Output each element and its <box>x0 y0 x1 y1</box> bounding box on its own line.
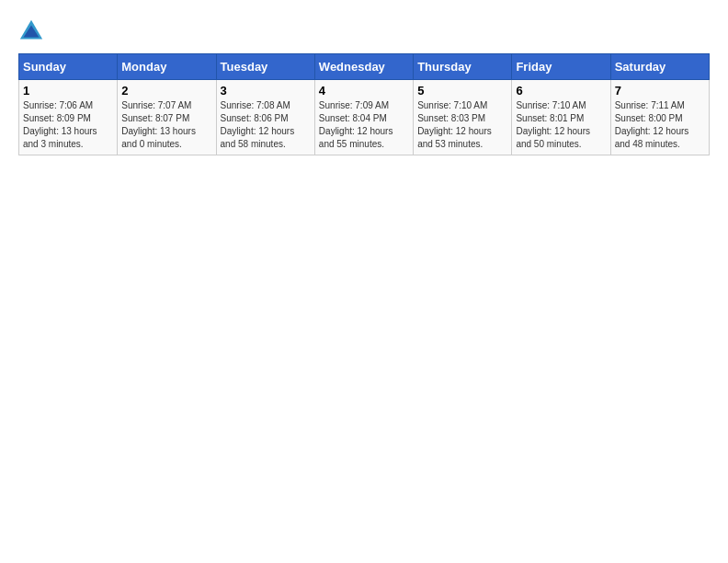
header-tuesday: Tuesday <box>216 54 314 80</box>
day-number: 1 <box>23 84 113 98</box>
day-info: Sunrise: 7:07 AM Sunset: 8:07 PM Dayligh… <box>121 100 196 149</box>
header-monday: Monday <box>118 54 216 80</box>
calendar-body: 1 Sunrise: 7:06 AM Sunset: 8:09 PM Dayli… <box>19 80 710 155</box>
day-info: Sunrise: 7:10 AM Sunset: 8:01 PM Dayligh… <box>516 100 590 149</box>
calendar-table: Sunday Monday Tuesday Wednesday Thursday… <box>18 53 710 155</box>
day-number: 6 <box>516 84 606 98</box>
logo-icon <box>18 18 44 44</box>
calendar-cell: 2 Sunrise: 7:07 AM Sunset: 8:07 PM Dayli… <box>118 80 216 155</box>
day-number: 2 <box>121 84 211 98</box>
day-info: Sunrise: 7:11 AM Sunset: 8:00 PM Dayligh… <box>615 100 689 149</box>
calendar-cell: 4 Sunrise: 7:09 AM Sunset: 8:04 PM Dayli… <box>314 80 413 155</box>
calendar-cell: 6 Sunrise: 7:10 AM Sunset: 8:01 PM Dayli… <box>512 80 610 155</box>
header-saturday: Saturday <box>610 54 709 80</box>
day-info: Sunrise: 7:08 AM Sunset: 8:06 PM Dayligh… <box>221 100 295 149</box>
day-info: Sunrise: 7:10 AM Sunset: 8:03 PM Dayligh… <box>417 100 492 149</box>
day-number: 4 <box>319 84 409 98</box>
calendar-cell: 3 Sunrise: 7:08 AM Sunset: 8:06 PM Dayli… <box>216 80 314 155</box>
day-number: 5 <box>417 84 507 98</box>
header-wednesday: Wednesday <box>314 54 413 80</box>
header-thursday: Thursday <box>414 54 512 80</box>
day-info: Sunrise: 7:06 AM Sunset: 8:09 PM Dayligh… <box>23 100 97 149</box>
day-number: 7 <box>615 84 705 98</box>
header-friday: Friday <box>512 54 610 80</box>
logo <box>18 18 48 44</box>
calendar-cell: 7 Sunrise: 7:11 AM Sunset: 8:00 PM Dayli… <box>610 80 709 155</box>
day-info: Sunrise: 7:09 AM Sunset: 8:04 PM Dayligh… <box>319 100 393 149</box>
day-number: 3 <box>221 84 311 98</box>
weekday-header-row: Sunday Monday Tuesday Wednesday Thursday… <box>19 54 710 80</box>
page-header <box>18 18 710 44</box>
header-sunday: Sunday <box>19 54 118 80</box>
calendar-cell: 5 Sunrise: 7:10 AM Sunset: 8:03 PM Dayli… <box>414 80 512 155</box>
calendar-cell: 1 Sunrise: 7:06 AM Sunset: 8:09 PM Dayli… <box>19 80 118 155</box>
calendar-week-row: 1 Sunrise: 7:06 AM Sunset: 8:09 PM Dayli… <box>19 80 710 155</box>
